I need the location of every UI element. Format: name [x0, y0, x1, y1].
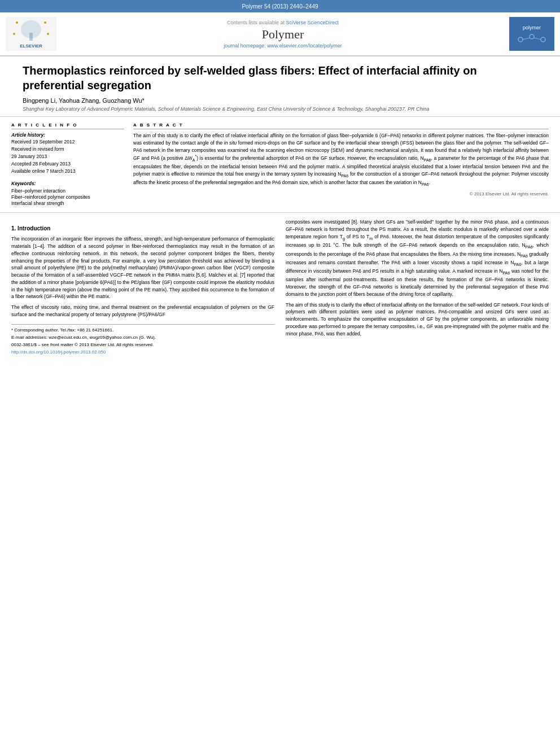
- svg-rect-8: [509, 17, 554, 51]
- article-affiliation: Shanghai Key Laboratory of Advanced Poly…: [23, 106, 537, 112]
- sciverse-prefix: Contents lists available at: [227, 20, 286, 25]
- keyword-1: Fiber–polymer interaction: [11, 188, 124, 194]
- right-para1: composites were investigated [8]. Many s…: [286, 219, 549, 298]
- right-para2: The aim of this study is to clarify the …: [286, 302, 549, 338]
- doi-link[interactable]: http://dx.doi.org/10.1016/j.polymer.2013…: [11, 350, 106, 355]
- property-word: property: [71, 312, 89, 317]
- issn-line: 0032-3861/$ – see front matter © 2013 El…: [11, 342, 274, 348]
- journal-name: Polymer: [262, 27, 304, 42]
- keyword-2: Fiber–reinforced polymer composites: [11, 194, 124, 200]
- abstract-heading: A B S T R A C T: [133, 123, 549, 129]
- polymer-logo: polymer: [509, 17, 554, 51]
- revised-label: Received in revised form: [11, 146, 124, 153]
- journal-homepage-link[interactable]: journal homepage: www.elsevier.com/locat…: [224, 43, 342, 49]
- journal-center: Contents lists available at SciVerse Sci…: [62, 20, 504, 49]
- svg-point-6: [47, 33, 49, 35]
- intro-para2: The effect of viscosity ratio, mixing ti…: [11, 304, 274, 318]
- abstract-panel: A B S T R A C T The aim of this study is…: [133, 123, 549, 207]
- svg-point-4: [44, 21, 46, 24]
- intro-para1: The incorporation of an inorganic fiber …: [11, 235, 274, 300]
- online-date: Available online 7 March 2013: [11, 168, 124, 175]
- svg-text:polymer: polymer: [523, 25, 541, 30]
- introduction-heading: 1. Introduction: [11, 224, 274, 233]
- svg-rect-2: [29, 33, 33, 41]
- footnote-area: * Corresponding author. Tel./fax: +86 21…: [11, 324, 274, 356]
- top-bar: Polymer 54 (2013) 2440–2449: [0, 0, 560, 12]
- body-right-col: composites were investigated [8]. Many s…: [286, 219, 549, 356]
- received-date: Received 19 September 2012: [11, 139, 124, 146]
- keywords-label: Keywords:: [11, 181, 124, 186]
- copyright-notice: © 2013 Elsevier Ltd. All rights reserved…: [133, 191, 549, 196]
- svg-point-5: [13, 33, 15, 35]
- journal-header: ELSEVIER Contents lists available at Sci…: [0, 12, 560, 56]
- abstract-text: The aim of this study is to clarify the …: [133, 132, 549, 188]
- article-info-panel: A R T I C L E I N F O Article history: R…: [11, 123, 124, 207]
- email-line: E-mail addresses: wze@ecust.edu.cn, wugz…: [11, 334, 274, 340]
- body-left-col: 1. Introduction The incorporation of an …: [11, 219, 274, 356]
- article-authors: Bingpeng Li, Yaohua Zhang, Guozhang Wu*: [23, 97, 537, 104]
- article-history-label: Article history:: [11, 132, 124, 138]
- article-info-heading: A R T I C L E I N F O: [11, 123, 124, 129]
- revised-date: 29 January 2013: [11, 154, 124, 160]
- email-addresses: wze@ecust.edu.cn, wugz09@yahoo.com.cn (G…: [49, 335, 156, 340]
- corresponding-author-note: * Corresponding author. Tel./fax: +86 21…: [11, 327, 274, 333]
- article-info-abstract: A R T I C L E I N F O Article history: R…: [0, 117, 560, 213]
- email-label: E-mail addresses:: [11, 335, 47, 340]
- journal-ref-topbar: Polymer 54 (2013) 2440–2449: [242, 3, 318, 10]
- article-header: Thermoplastics reinforced by self-welded…: [0, 56, 560, 117]
- svg-point-3: [16, 21, 18, 24]
- sciverse-line: Contents lists available at SciVerse Sci…: [227, 20, 339, 25]
- keywords-list: Fiber–polymer interaction Fiber–reinforc…: [11, 188, 124, 206]
- sciverse-link[interactable]: SciVerse ScienceDirect: [286, 20, 339, 25]
- article-title: Thermoplastics reinforced by self-welded…: [23, 63, 537, 93]
- doi-line: http://dx.doi.org/10.1016/j.polymer.2013…: [11, 349, 274, 355]
- svg-text:ELSEVIER: ELSEVIER: [20, 43, 42, 49]
- body-container: 1. Introduction The incorporation of an …: [0, 213, 560, 362]
- authors-text: Bingpeng Li, Yaohua Zhang, Guozhang Wu*: [23, 97, 145, 104]
- journal-homepage: journal homepage: www.elsevier.com/locat…: [224, 43, 342, 49]
- elsevier-logo: ELSEVIER: [6, 17, 56, 51]
- keyword-3: Interfacial shear strength: [11, 200, 124, 206]
- accepted-date: Accepted 28 February 2013: [11, 161, 124, 168]
